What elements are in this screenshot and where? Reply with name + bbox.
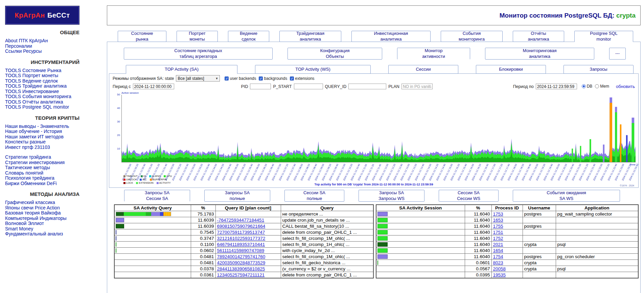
sidebar-link[interactable]: Японы свечи Price Action	[0, 205, 106, 211]
result-tab-1[interactable]: Запросы SA Сессии SA	[124, 190, 190, 202]
process-id-link[interactable]: 8023	[493, 260, 503, 265]
checkbox-backgrounds[interactable]: ✓backgrounds	[259, 76, 287, 81]
process-id-link[interactable]: 19535	[493, 272, 506, 277]
query-id-link[interactable]: -764725934477184451	[217, 218, 264, 223]
query-id-link[interactable]: 2844113839065810825	[217, 266, 265, 271]
sub-tab-1[interactable]: Состояние прикладных таблиц агрегатора	[124, 48, 273, 60]
result-tab-4[interactable]: Запросы SA Запросы WS	[359, 190, 424, 202]
sidebar-link[interactable]: Наши выводы - Знаменатель	[0, 124, 106, 129]
result-tab-5[interactable]: Сессии SA Сессии WS	[439, 190, 499, 202]
sub-tab-4[interactable]: Мониторинговая аналитика	[485, 48, 594, 60]
sidebar-link[interactable]: About ПТК КрАгрАн	[0, 38, 106, 44]
activity-tab-3[interactable]: Сессии	[388, 65, 458, 74]
queryid-input[interactable]	[348, 84, 386, 89]
query-id-link[interactable]: 6467941189353710441	[217, 242, 265, 247]
process-id-link[interactable]: 1755	[493, 224, 503, 229]
period-to-input[interactable]	[536, 84, 577, 89]
sidebar-link[interactable]: Smart Money	[0, 226, 106, 232]
sidebar-link[interactable]: Словарь понятий	[0, 171, 106, 176]
sidebar-link[interactable]: Фундаментальный анализ	[0, 231, 106, 237]
table-row: 11.60401752	[376, 235, 638, 242]
activity-tab-1[interactable]: TOP Activity (SA)	[126, 65, 237, 74]
process-id-cell: 1754	[491, 254, 523, 260]
chart-legend: TIMEOUTIOCLIENTCPULWLOCKIPCBUFFERPINLOCK…	[123, 175, 172, 185]
sidebar-link[interactable]: TOOLS Трэйдинг аналитика	[0, 84, 106, 89]
sub-tab-2[interactable]: Конфигурация Объекты	[288, 48, 382, 60]
sidebar-link[interactable]: Наше обучение - История	[0, 129, 106, 134]
main-tab-6[interactable]: События мониторинга	[441, 31, 503, 42]
main-tab-1[interactable]: Состояние рынка	[118, 31, 166, 42]
process-id-link[interactable]: 1653	[493, 218, 503, 223]
sidebar-link[interactable]: Персоналии	[0, 44, 106, 49]
query-id-link[interactable]: 3212161022593177372	[217, 236, 266, 241]
period-from-input[interactable]	[133, 84, 174, 89]
sidebar-link[interactable]: Компьютерный Индикаторы	[0, 216, 106, 221]
radio-db[interactable]: DB	[582, 84, 593, 89]
sidebar-link[interactable]: Базовая теория Вайкофа	[0, 210, 106, 216]
sidebar-link[interactable]: Наши заметки ИТ методов	[0, 134, 106, 140]
sub-tab-3[interactable]: Монитор активности	[397, 48, 470, 60]
query-id-link[interactable]: 6908150759079621664	[217, 224, 266, 229]
sidebar-link[interactable]: TOOLS Инвестирование	[0, 89, 106, 94]
process-id-link[interactable]: 1752	[493, 236, 503, 241]
process-id-link[interactable]: 1751	[493, 230, 503, 235]
result-tab-3[interactable]: Сессии SA полные	[284, 190, 344, 202]
activity-tab-2[interactable]: TOP Activity (WS)	[255, 65, 371, 74]
result-tab-2[interactable]: Запросы SA полные	[204, 190, 270, 202]
sidebar-link[interactable]: Волновой Эллиот	[0, 221, 106, 226]
checkbox-user-backends[interactable]: ✓user backends	[225, 76, 256, 81]
sub-tab-5[interactable]: ---	[609, 48, 626, 60]
plan-input[interactable]	[401, 84, 433, 89]
refresh-button[interactable]: обновить	[616, 84, 635, 89]
query-id-link[interactable]: 7270075911739513747	[217, 230, 265, 235]
query-id-link[interactable]: 4200350902848773529	[217, 260, 266, 265]
sidebar-link[interactable]: TOOLS Postgree SQL monitor	[0, 105, 106, 110]
sidebar-link[interactable]: Тактические методы	[0, 165, 106, 171]
main-tab-4[interactable]: Трэйдинговая аналитика	[279, 31, 341, 42]
query-id-link[interactable]: 7892400142795741760	[217, 254, 266, 259]
sidebar-link[interactable]: Биржи Обменники DeFi	[0, 181, 106, 186]
process-id-link[interactable]: 20058	[493, 266, 506, 271]
process-id-link[interactable]: 1753	[493, 211, 503, 217]
table-row: 0.11006467941189353710441select fn_fill_…	[114, 242, 373, 248]
main-tab-3[interactable]: Ведение сделок	[228, 31, 269, 42]
pstart-input[interactable]	[294, 84, 323, 89]
site-logo[interactable]: КрАгрАн БеССт	[5, 6, 79, 24]
query-text-cell: with cycle_inday_hr_2d ...	[281, 248, 373, 254]
query-text-cell: select fn_fill_gecko_historica ...	[281, 260, 373, 266]
query-id-cell: 6908150759079621664	[215, 223, 281, 229]
query-id-link[interactable]: 1234052575947211121	[217, 272, 265, 277]
process-id-link[interactable]: 2021	[493, 242, 503, 247]
legend-label: IPC	[142, 178, 147, 181]
sidebar-link[interactable]: TOOLS Портрет монеты	[0, 73, 106, 78]
main-tab-5[interactable]: Инвестиционная аналитика	[351, 31, 431, 42]
activity-tab-4[interactable]: Блокировки	[476, 65, 546, 74]
state-select[interactable]: Все [all states] ▼	[176, 75, 220, 82]
sidebar-link[interactable]: Стратегии трэйдинга	[0, 155, 106, 160]
sidebar-link[interactable]: TOOLS Состояние Рынка	[0, 68, 106, 73]
activity-panel: Режимы отображения SA: state Все [all st…	[109, 73, 639, 188]
main-tab-7[interactable]: Отчёты аналитика	[513, 31, 564, 42]
main-tab-2[interactable]: Портрет монеты	[177, 31, 218, 42]
sidebar-link[interactable]: Стратегии инвестирования	[0, 160, 106, 165]
sidebar-link[interactable]: Инвест пртф 231103	[0, 145, 106, 150]
radio-mem[interactable]: Mem	[595, 84, 609, 89]
main-tab-8[interactable]: Postgree SQL monitor	[574, 31, 633, 42]
sidebar-link[interactable]: Конспекты разные	[0, 139, 106, 145]
sidebar-link[interactable]: TOOLS Отчёты аналитика	[0, 99, 106, 105]
legend-row: LWLOCKIPCBUFFERPIN	[123, 178, 172, 181]
query-id-link[interactable]: 5611114159890747089	[217, 248, 264, 253]
sidebar-link[interactable]: TOOLS События мониторинга	[0, 94, 106, 99]
sidebar-link[interactable]: TOOLS Ведение сделок	[0, 78, 106, 84]
checkbox-extensions[interactable]: ✓extensions	[290, 76, 314, 81]
activity-tab-5[interactable]: Запросы	[564, 65, 634, 74]
period-filter-row: Период с PID P_START QUERY_ID PLAN Перио…	[109, 82, 638, 90]
sidebar-link[interactable]: Графический классика	[0, 200, 106, 205]
sidebar-link[interactable]: Ссылки Ресурсы	[0, 49, 106, 54]
result-tab-6[interactable]: События ожидания SA WS	[513, 190, 620, 202]
pid-input[interactable]	[250, 84, 271, 89]
x-axis-labels: Time 2024-11-12 00:002024-11-12 00:20202…	[121, 162, 636, 183]
process-id-link[interactable]: 1754	[493, 254, 503, 259]
process-id-link[interactable]: 1654	[493, 248, 503, 253]
sidebar-link[interactable]: Психология трейдинга	[0, 176, 106, 181]
